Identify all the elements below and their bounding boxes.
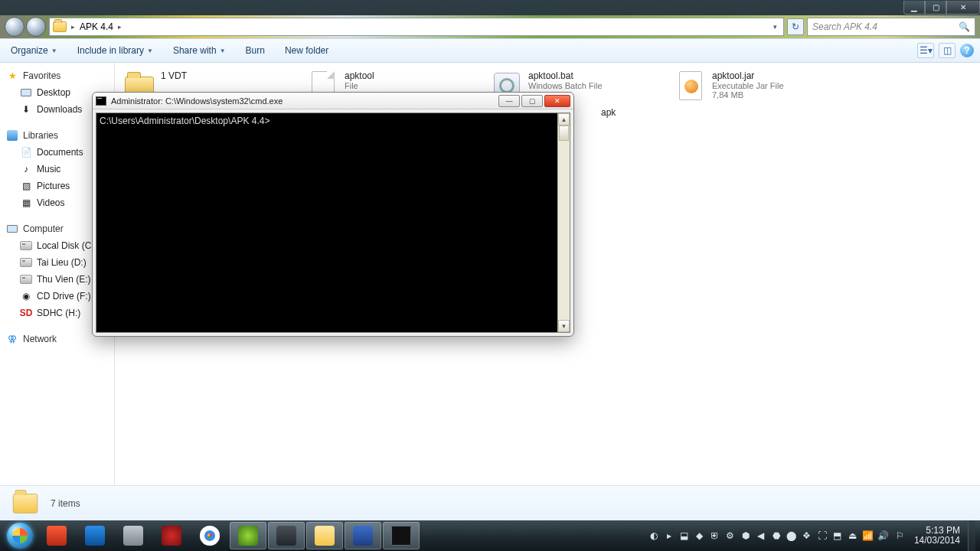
action-center-icon[interactable]: ⚐ [894, 530, 906, 542]
breadcrumb-sep-2: ▸ [118, 23, 122, 31]
organize-button[interactable]: Organize▼ [6, 42, 62, 59]
jar-file-icon [679, 71, 702, 100]
scroll-down-button[interactable]: ▼ [558, 320, 570, 332]
scroll-thumb[interactable] [559, 126, 569, 141]
tray-icon-2[interactable]: ⬓ [678, 530, 691, 542]
burn-button[interactable]: Burn [241, 42, 270, 59]
address-bar[interactable]: ▸ APK 4.4 ▸ ▾ [49, 18, 784, 36]
utorrent-icon [238, 526, 258, 546]
lg-icon [162, 526, 181, 546]
new-folder-button[interactable]: New folder [280, 42, 333, 59]
breadcrumb-sep: ▸ [71, 23, 75, 31]
status-text: 7 items [51, 498, 80, 509]
cmd-scrollbar[interactable]: ▲ ▼ [557, 113, 570, 332]
clock[interactable]: 5:13 PM 14/03/2014 [911, 526, 963, 546]
view-options-button[interactable]: ☰▾ [917, 43, 934, 58]
taskbar-item-lg[interactable] [153, 522, 190, 549]
start-button[interactable] [5, 520, 35, 551]
tray-icon-5[interactable]: ⚙ [724, 530, 737, 542]
file-item[interactable]: apktool.jarExecutable Jar File7,84 MB [674, 69, 842, 103]
task-manager-icon [123, 526, 143, 546]
tray-icon-12[interactable]: ⬒ [831, 530, 844, 542]
chrome-icon [200, 526, 220, 546]
taskbar-item-app-dark[interactable] [268, 522, 305, 549]
start-orb-icon [7, 523, 33, 549]
taskbar-item-cmd[interactable] [383, 522, 420, 549]
cmd-maximize-button[interactable]: ▢ [521, 95, 543, 107]
taskbar-item-word[interactable] [345, 522, 381, 549]
tray-icon-7[interactable]: ◀ [755, 530, 767, 542]
search-placeholder: Search APK 4.4 [812, 21, 877, 32]
explorer-icon [315, 526, 335, 546]
share-with-button[interactable]: Share with▼ [168, 42, 230, 59]
help-button[interactable]: ? [960, 44, 974, 57]
tray-icon-15[interactable]: 🔊 [877, 530, 890, 542]
taskbar: ◐▸⬓◆⛨⚙⬢◀⬣⬤❖⛶⬒⏏📶🔊 ⚐ 5:13 PM 14/03/2014 [0, 520, 980, 551]
search-box[interactable]: Search APK 4.4 🔍 [807, 18, 975, 36]
maximize-button[interactable]: ▢ [925, 1, 946, 15]
include-in-library-button[interactable]: Include in library▼ [73, 42, 158, 59]
favorites-header[interactable]: ★Favorites [3, 67, 111, 84]
tray-icon-1[interactable]: ▸ [663, 530, 675, 542]
breadcrumb-folder[interactable]: APK 4.4 [80, 21, 113, 32]
taskbar-items [38, 522, 420, 549]
nav-back-forward [5, 17, 46, 37]
close-button[interactable]: ✕ [946, 1, 980, 15]
tray-icon-14[interactable]: 📶 [862, 530, 874, 542]
tray-icon-6[interactable]: ⬢ [740, 530, 752, 542]
tray-icon-11[interactable]: ⛶ [816, 530, 828, 542]
scroll-track[interactable] [558, 126, 570, 320]
minimize-button[interactable]: ▁ [903, 1, 925, 15]
cmd-title-bar[interactable]: Administrator: C:\Windows\system32\cmd.e… [93, 93, 573, 109]
folder-icon [13, 494, 38, 514]
tray-icon-13[interactable]: ⏏ [847, 530, 859, 542]
tray-icon-4[interactable]: ⛨ [709, 530, 721, 542]
ccleaner-icon [47, 526, 67, 546]
tray-icon-9[interactable]: ⬤ [786, 530, 798, 542]
back-button[interactable] [5, 17, 24, 37]
cmd-title-text: Administrator: C:\Windows\system32\cmd.e… [111, 96, 283, 106]
window-caption-bar: ▁ ▢ ✕ [0, 0, 980, 15]
cmd-terminal[interactable]: C:\Users\Administrator\Desktop\APK 4.4> … [96, 112, 570, 333]
search-icon: 🔍 [959, 21, 970, 32]
toolbar: Organize▼ Include in library▼ Share with… [0, 38, 980, 63]
taskbar-item-utorrent[interactable] [230, 522, 266, 549]
address-dropdown[interactable]: ▾ [770, 23, 780, 31]
app-dark-icon [276, 526, 296, 546]
nav-row: ▸ APK 4.4 ▸ ▾ ↻ Search APK 4.4 🔍 [0, 15, 980, 38]
taskbar-item-ccleaner[interactable] [38, 522, 75, 549]
taskbar-item-explorer[interactable] [306, 522, 343, 549]
taskbar-item-app-blue[interactable] [77, 522, 113, 549]
cmd-window[interactable]: Administrator: C:\Windows\system32\cmd.e… [92, 92, 574, 337]
folder-icon [53, 21, 67, 32]
cmd-icon [96, 96, 106, 106]
show-desktop-button[interactable] [968, 520, 975, 551]
forward-button[interactable] [26, 17, 46, 37]
tray-icon-0[interactable]: ◐ [648, 530, 660, 542]
clock-date: 14/03/2014 [914, 536, 960, 546]
tray-icon-10[interactable]: ❖ [801, 530, 813, 542]
status-bar: 7 items [0, 485, 980, 520]
taskbar-item-chrome[interactable] [191, 522, 228, 549]
tray-icon-8[interactable]: ⬣ [770, 530, 782, 542]
scroll-up-button[interactable]: ▲ [558, 113, 570, 126]
cmd-minimize-button[interactable]: — [498, 95, 520, 107]
tray-icon-3[interactable]: ◆ [694, 530, 706, 542]
preview-pane-button[interactable]: ◫ [939, 43, 956, 58]
file-item-partial[interactable]: apk [601, 107, 616, 118]
word-icon [353, 526, 373, 546]
system-tray: ◐▸⬓◆⛨⚙⬢◀⬣⬤❖⛶⬒⏏📶🔊 ⚐ 5:13 PM 14/03/2014 [648, 526, 968, 546]
cmd-prompt: C:\Users\Administrator\Desktop\APK 4.4> [100, 116, 270, 126]
refresh-button[interactable]: ↻ [787, 18, 804, 35]
cmd-close-button[interactable]: ✕ [544, 95, 570, 107]
app-blue-icon [85, 526, 105, 546]
cmd-icon [391, 526, 411, 546]
taskbar-item-task-manager[interactable] [115, 522, 152, 549]
